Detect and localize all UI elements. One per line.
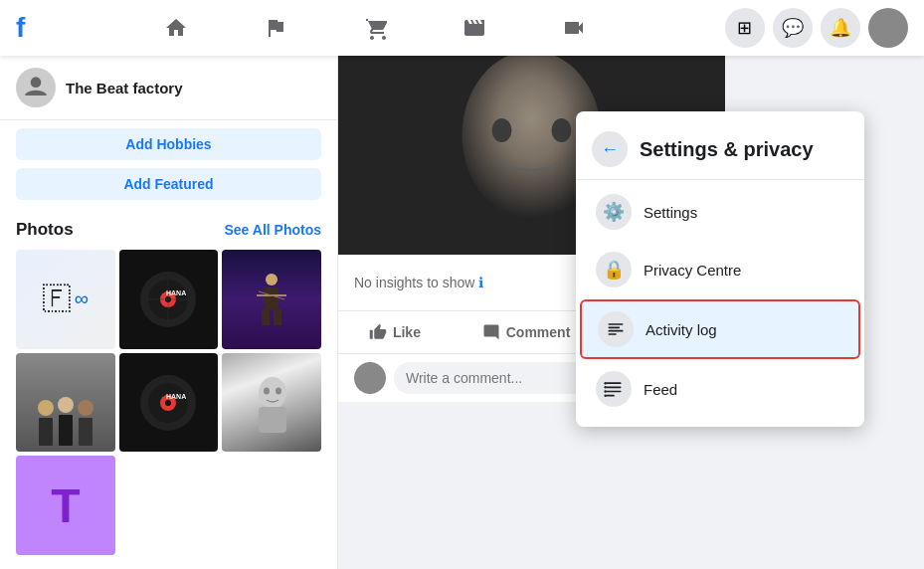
- svg-point-17: [58, 397, 74, 413]
- feed-icon: [596, 371, 632, 407]
- left-sidebar: The Beat factory Add Hobbies Add Feature…: [0, 56, 338, 569]
- info-icon: ℹ: [478, 275, 483, 290]
- photo-item[interactable]: HANA: [119, 353, 219, 453]
- dropdown-title: Settings & privacy: [640, 138, 814, 161]
- privacy-icon: 🔒: [596, 252, 632, 287]
- svg-rect-42: [607, 395, 615, 397]
- profile-avatar[interactable]: [868, 8, 908, 48]
- svg-point-26: [259, 377, 286, 409]
- svg-point-46: [604, 394, 607, 397]
- svg-point-43: [604, 382, 607, 385]
- svg-rect-41: [607, 391, 622, 393]
- menu-item-settings[interactable]: ⚙️ Settings: [580, 184, 860, 240]
- grid-menu-button[interactable]: ⊞: [725, 8, 765, 48]
- nav-left: f: [16, 12, 25, 44]
- add-hobbies-button[interactable]: Add Hobbies: [16, 128, 321, 160]
- comment-input[interactable]: [394, 362, 592, 394]
- feed-label: Feed: [644, 381, 677, 398]
- svg-point-28: [264, 387, 270, 394]
- svg-point-24: [165, 400, 171, 406]
- comment-button[interactable]: Comment: [466, 315, 587, 349]
- svg-point-29: [276, 387, 281, 394]
- svg-text:HANA: HANA: [166, 393, 186, 400]
- insights-text: No insights to show ℹ: [354, 275, 483, 290]
- page-header: The Beat factory: [0, 56, 337, 120]
- like-label: Like: [393, 324, 421, 340]
- photo-item[interactable]: 🇫 ∞: [16, 250, 115, 349]
- commenter-avatar: [354, 362, 386, 394]
- svg-rect-35: [609, 323, 624, 325]
- svg-point-19: [78, 400, 93, 416]
- svg-rect-37: [609, 330, 624, 332]
- photo-item-purple-t[interactable]: T: [16, 456, 115, 555]
- svg-rect-39: [607, 382, 622, 384]
- nav-marketplace[interactable]: [327, 4, 423, 52]
- nav-home[interactable]: [128, 4, 224, 52]
- see-all-photos-link[interactable]: See All Photos: [224, 222, 321, 238]
- settings-icon: ⚙️: [596, 194, 632, 230]
- svg-rect-18: [59, 415, 73, 446]
- nav-right: ⊞ 💬 🔔: [725, 8, 908, 48]
- svg-rect-38: [609, 333, 617, 335]
- svg-point-44: [604, 386, 607, 389]
- menu-item-feed[interactable]: Feed: [580, 361, 860, 417]
- photo-item[interactable]: [16, 353, 115, 453]
- activity-log-label: Activity log: [646, 321, 717, 338]
- svg-rect-13: [262, 309, 270, 325]
- page-name: The Beat factory: [66, 80, 183, 96]
- nav-center: [128, 4, 622, 52]
- svg-rect-10: [265, 287, 278, 309]
- svg-point-15: [38, 400, 54, 416]
- notifications-button[interactable]: 🔔: [821, 8, 860, 48]
- photos-title: Photos: [16, 220, 74, 240]
- comment-label: Comment: [506, 324, 571, 340]
- nav-pages[interactable]: [228, 4, 323, 52]
- privacy-centre-label: Privacy Centre: [644, 262, 741, 279]
- svg-rect-36: [609, 327, 621, 329]
- photos-section: Photos See All Photos 🇫 ∞: [0, 208, 337, 567]
- svg-rect-27: [259, 407, 286, 433]
- photo-item[interactable]: HANA: [119, 250, 219, 349]
- photos-header: Photos See All Photos: [16, 220, 321, 240]
- svg-text:HANA: HANA: [166, 289, 186, 296]
- top-navigation: f ⊞ 💬 🔔: [0, 0, 924, 56]
- dropdown-header: ← Settings & privacy: [576, 119, 864, 180]
- nav-video[interactable]: [526, 4, 622, 52]
- photo-item[interactable]: [222, 353, 321, 453]
- menu-item-activity-log[interactable]: Activity log: [580, 299, 860, 359]
- like-button[interactable]: Like: [353, 315, 437, 349]
- page-avatar: [16, 68, 56, 107]
- activity-log-icon: [598, 311, 634, 347]
- svg-point-1: [31, 77, 42, 88]
- insights-label: No insights to show: [354, 275, 474, 290]
- photo-item[interactable]: [222, 250, 321, 349]
- svg-rect-40: [607, 387, 622, 389]
- svg-point-9: [266, 274, 277, 285]
- menu-item-privacy-centre[interactable]: 🔒 Privacy Centre: [580, 242, 860, 297]
- messenger-button[interactable]: 💬: [773, 8, 813, 48]
- nav-ads[interactable]: [427, 4, 522, 52]
- svg-point-0: [883, 19, 892, 28]
- svg-rect-16: [39, 418, 53, 446]
- back-icon: ←: [601, 139, 619, 160]
- settings-privacy-dropdown: ← Settings & privacy ⚙️ Settings 🔒 Priva…: [576, 111, 864, 427]
- back-button[interactable]: ←: [592, 131, 628, 167]
- settings-label: Settings: [644, 204, 697, 221]
- svg-rect-14: [274, 309, 281, 325]
- svg-point-45: [604, 390, 607, 393]
- photos-grid: 🇫 ∞ HANA: [16, 250, 321, 555]
- add-featured-button[interactable]: Add Featured: [16, 168, 321, 200]
- svg-rect-20: [79, 418, 92, 446]
- main-layout: The Beat factory Add Hobbies Add Feature…: [0, 56, 924, 569]
